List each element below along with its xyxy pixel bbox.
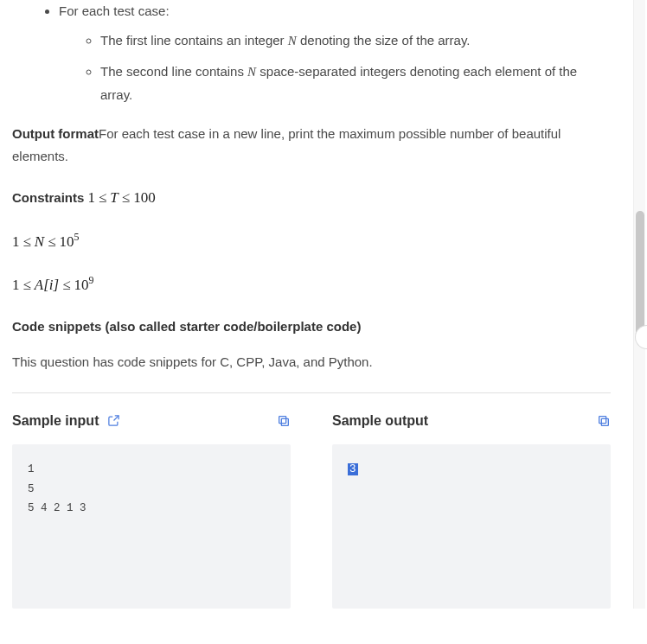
sample-input-column: Sample input 1 5 5 4 2 1 3 <box>12 409 291 609</box>
open-external-icon[interactable] <box>107 414 120 427</box>
list-text: The second line contains <box>100 64 247 79</box>
code-snippets-heading: Code snippets (also called starter code/… <box>12 316 611 338</box>
list-item: For each test case: The first line conta… <box>59 0 611 105</box>
sample-input-box[interactable]: 1 5 5 4 2 1 3 <box>12 444 291 609</box>
constraint-t: 1≤T≤100 <box>88 189 156 206</box>
constraint-n: 1≤N≤105 <box>12 228 611 255</box>
vertical-scrollbar[interactable] <box>633 0 645 609</box>
list-text: For each test case: <box>59 3 170 18</box>
sample-output-header: Sample output <box>332 409 611 432</box>
var-n: N <box>288 34 297 48</box>
svg-rect-2 <box>601 418 608 425</box>
sample-output-box[interactable]: 3 <box>332 444 611 609</box>
sample-input-label: Sample input <box>12 409 99 432</box>
problem-content: For each test case: The first line conta… <box>0 0 623 609</box>
code-snippets-text: This question has code snippets for C, C… <box>12 351 611 373</box>
var-n: N <box>247 65 256 79</box>
svg-rect-0 <box>281 418 288 425</box>
list-text: The first line contains an integer <box>100 33 288 48</box>
output-format-label: Output format <box>12 126 99 141</box>
scrollbar-thumb[interactable] <box>636 211 644 337</box>
output-format-paragraph: Output formatFor each test case in a new… <box>12 123 611 167</box>
svg-rect-1 <box>279 416 286 423</box>
copy-icon[interactable] <box>597 414 611 428</box>
input-format-list: For each test case: The first line conta… <box>12 0 611 105</box>
list-item: The second line contains N space-separat… <box>100 61 611 105</box>
divider <box>12 392 611 393</box>
constraint-ai: 1≤A[i]≤109 <box>12 271 611 298</box>
list-text: denoting the size of the array. <box>297 33 471 48</box>
constraints-label: Constraints <box>12 190 84 205</box>
svg-rect-3 <box>599 416 606 423</box>
constraints-line-1: Constraints 1≤T≤100 <box>12 186 611 211</box>
input-format-sublist: The first line contains an integer N den… <box>59 29 611 106</box>
sample-input-header: Sample input <box>12 409 291 432</box>
sample-input-title-wrap: Sample input <box>12 409 120 432</box>
sample-output-label: Sample output <box>332 409 428 432</box>
samples-row: Sample input 1 5 5 4 2 1 3 <box>12 409 611 609</box>
copy-icon[interactable] <box>277 414 291 428</box>
sample-output-title-wrap: Sample output <box>332 409 428 432</box>
list-item: The first line contains an integer N den… <box>100 29 611 53</box>
selected-output-text: 3 <box>348 463 358 475</box>
sample-output-column: Sample output 3 <box>332 409 611 609</box>
